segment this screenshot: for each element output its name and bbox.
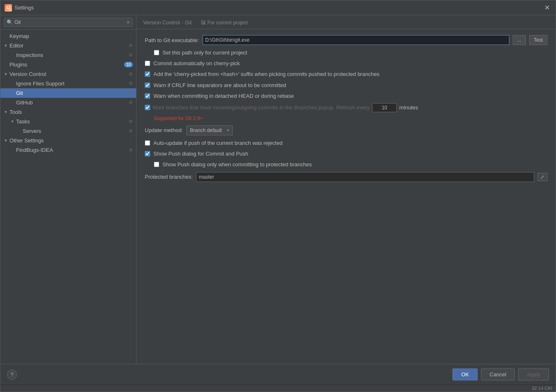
app-icon: IJ (5, 4, 12, 12)
close-button[interactable]: ✕ (543, 3, 551, 12)
search-input-wrap: 🔍 ✕ (4, 18, 133, 27)
settings-icon: ⚙ (129, 81, 133, 86)
sidebar-item-label: Git (16, 90, 129, 96)
settings-icon: ⚙ (129, 52, 133, 58)
set-path-checkbox[interactable] (154, 50, 159, 55)
sidebar-item-findbugs[interactable]: FindBugs-IDEA ⚙ (0, 145, 136, 155)
cancel-button[interactable]: Cancel (481, 368, 515, 380)
search-input[interactable] (14, 19, 126, 25)
update-method-dropdown-wrap: Branch default Merge Rebase (186, 125, 233, 135)
commit-auto-row: Commit automatically on cherry-pick (145, 60, 547, 67)
breadcrumb-separator: › (181, 19, 183, 26)
sidebar-item-label: Editor (9, 43, 129, 49)
sidebar-item-editor[interactable]: ▼ Editor ⚙ (0, 41, 136, 50)
path-label: Path to Git executable: (145, 37, 199, 43)
sidebar-item-servers[interactable]: Servers ⚙ (0, 126, 136, 136)
mark-branches-checkbox[interactable] (145, 105, 150, 110)
protected-label: Protected branches: (145, 174, 193, 180)
show-push-protected-checkbox[interactable] (154, 162, 159, 167)
sidebar-item-keymap[interactable]: Keymap (0, 31, 136, 41)
arrow-icon: ▼ (4, 110, 9, 114)
path-input[interactable] (203, 35, 509, 45)
for-project-icon: 🖫 (201, 20, 206, 26)
warn-crlf-checkbox[interactable] (145, 83, 150, 88)
sidebar-item-version-control[interactable]: ▼ Version Control ⚙ (0, 69, 136, 79)
apply-button[interactable]: Apply (518, 368, 549, 380)
auto-update-checkbox[interactable] (145, 140, 150, 146)
sidebar-item-tasks[interactable]: ▼ Tasks ⚙ (0, 117, 136, 126)
set-path-label: Set this path only for current project (163, 49, 247, 57)
sidebar-item-label: Tools (9, 109, 133, 115)
for-project-label: For current project (207, 20, 248, 26)
nav-tree: Keymap ▼ Editor ⚙ Inspections ⚙ (0, 30, 136, 364)
sidebar-item-label: Inspections (16, 52, 129, 58)
settings-icon: ⚙ (129, 147, 133, 153)
help-button[interactable]: ? (7, 370, 17, 380)
commit-auto-label: Commit automatically on cherry-pick (153, 60, 240, 67)
cherry-pick-checkbox[interactable] (145, 71, 150, 77)
clear-icon[interactable]: ✕ (126, 20, 130, 25)
main-content: 🔍 ✕ Keymap ▼ Editor ⚙ (0, 15, 556, 364)
sidebar-item-label: Tasks (16, 118, 129, 125)
panel-header: Version Control › Git 🖫 For current proj… (137, 15, 556, 29)
sidebar-item-plugins[interactable]: Plugins 10 (0, 60, 136, 69)
arrow-icon: ▼ (4, 43, 9, 48)
sidebar-item-tools[interactable]: ▼ Tools (0, 107, 136, 117)
refresh-minutes-input[interactable] (372, 103, 397, 112)
warn-detached-checkbox[interactable] (145, 93, 150, 99)
update-label: Update method: (145, 127, 183, 133)
show-push-row: Show Push dialog for Commit and Push (145, 150, 547, 158)
show-push-label: Show Push dialog for Commit and Push (153, 150, 248, 158)
status-bar: 32:14 CRI (0, 385, 556, 392)
protected-branches-input[interactable] (196, 172, 534, 182)
cherry-pick-row: Add the 'cherry-picked from <hash>' suff… (145, 71, 547, 78)
ok-button[interactable]: OK (452, 368, 478, 380)
warn-crlf-label: Warn if CRLF line separators are about t… (153, 82, 286, 89)
browse-button[interactable]: ... (513, 35, 526, 45)
footer: ? OK Cancel Apply (0, 364, 556, 385)
protected-expand-button[interactable]: ⤢ (537, 173, 547, 181)
sidebar-item-label: Other Settings (9, 137, 133, 144)
footer-left: ? (7, 370, 17, 380)
settings-icon: ⚙ (129, 90, 133, 96)
for-project: 🖫 For current project (201, 20, 248, 26)
update-method-select[interactable]: Branch default Merge Rebase (186, 125, 233, 135)
arrow-icon: ▼ (4, 72, 9, 76)
sidebar-item-other-settings[interactable]: ▼ Other Settings (0, 136, 136, 145)
git-path-row: Path to Git executable: ... Test (145, 35, 547, 45)
settings-dialog: IJ Settings ✕ 🔍 ✕ Keymap (0, 0, 556, 392)
mark-branches-row: Mark branches that have incoming/outgoin… (145, 103, 547, 112)
sidebar-item-inspections[interactable]: Inspections ⚙ (0, 50, 136, 60)
settings-icon: ⚙ (129, 100, 133, 105)
show-push-protected-row: Show Push dialog only when committing to… (154, 161, 547, 168)
warn-detached-row: Warn when committing in detached HEAD or… (145, 92, 547, 100)
sidebar-item-label: Keymap (9, 33, 133, 39)
breadcrumb-part1: Version Control (143, 19, 180, 26)
title-bar-left: IJ Settings (5, 4, 34, 12)
show-push-protected-label: Show Push dialog only when committing to… (163, 161, 312, 168)
breadcrumb-part2: Git (185, 19, 192, 26)
show-push-checkbox[interactable] (145, 151, 150, 156)
cherry-pick-label: Add the 'cherry-picked from <hash>' suff… (153, 71, 379, 78)
status-text: 32:14 CRI (532, 386, 552, 391)
settings-icon: ⚙ (129, 43, 133, 48)
set-path-row: Set this path only for current project (154, 49, 547, 57)
commit-auto-checkbox[interactable] (145, 61, 150, 66)
auto-update-label: Auto-update if push of the current branc… (153, 139, 283, 147)
sidebar-item-label: FindBugs-IDEA (16, 147, 129, 153)
sidebar-item-ignore-files[interactable]: Ignore Files Support ⚙ (0, 79, 136, 88)
auto-update-row: Auto-update if push of the current branc… (145, 139, 547, 147)
supported-text: Supported for Git 2.9+ (154, 116, 547, 121)
plugins-badge: 10 (124, 62, 133, 67)
settings-icon: ⚙ (129, 71, 133, 77)
warn-crlf-row: Warn if CRLF line separators are about t… (145, 82, 547, 89)
dialog-title: Settings (14, 5, 34, 11)
sidebar-item-git[interactable]: Git ⚙ (0, 88, 136, 98)
search-bar: 🔍 ✕ (0, 15, 136, 30)
minutes-label: minutes (399, 104, 418, 111)
title-bar: IJ Settings ✕ (0, 0, 556, 15)
sidebar-item-label: GitHub (16, 99, 129, 106)
test-button[interactable]: Test (529, 35, 547, 45)
sidebar-item-github[interactable]: GitHub ⚙ (0, 98, 136, 107)
warn-detached-label: Warn when committing in detached HEAD or… (153, 92, 294, 100)
